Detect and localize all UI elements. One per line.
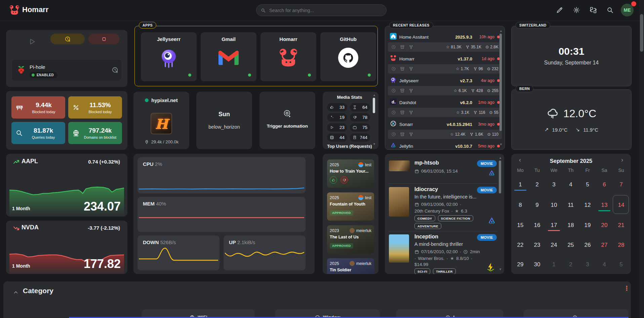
calendar-day[interactable]: 23: [529, 242, 546, 248]
calendar-day[interactable]: 5: [579, 181, 596, 188]
automation-widget[interactable]: Trigger automation: [259, 92, 315, 149]
calendar-day[interactable]: 24: [546, 242, 562, 248]
calendar-day[interactable]: 26: [579, 242, 596, 248]
weather-high: 19.0°C: [552, 127, 568, 133]
calendar-day[interactable]: 20: [596, 222, 613, 229]
settings-gear-button[interactable]: [573, 6, 580, 14]
pihole-controls-widget: Pi-hole ENABLED: [6, 30, 127, 87]
release-stats-row: ☆81.3K 35.1K ⊙2.8K: [388, 42, 502, 52]
request-year: 2025: [330, 261, 339, 266]
calendar-day[interactable]: 13: [596, 202, 613, 209]
edit-mode-button[interactable]: [556, 6, 563, 14]
calendar-day[interactable]: 4: [596, 261, 613, 268]
decline-thumb-down-button[interactable]: [340, 176, 348, 184]
app-tile-jellyseerr[interactable]: Jellyseerr: [141, 32, 197, 81]
calendar-day[interactable]: 11: [562, 202, 579, 209]
search-bar[interactable]: [256, 4, 387, 16]
calendar-day[interactable]: 25: [562, 242, 579, 248]
calendar-day[interactable]: 30: [529, 261, 546, 268]
search-input[interactable]: [269, 7, 377, 13]
scroll-up-arrow[interactable]: ▲: [499, 30, 502, 33]
release-row-dashdot[interactable]: d Dashdot v6.2.0 1mo ago: [388, 98, 502, 107]
approve-thumb-up-button[interactable]: [330, 176, 337, 184]
archive-icon: [400, 66, 405, 71]
sun-widget: Sun below_horizon: [196, 92, 252, 149]
calendar-day[interactable]: 16: [529, 222, 546, 229]
media-item-title[interactable]: mp-htsob: [414, 160, 439, 166]
calendar-day[interactable]: 1: [512, 181, 529, 188]
calendar-day[interactable]: 2: [562, 261, 579, 268]
calendar-day[interactable]: 2: [529, 181, 546, 188]
scroll-up-arrow[interactable]: ▲: [499, 156, 501, 160]
calendar-day[interactable]: 3: [579, 261, 596, 268]
calendar-day[interactable]: 21: [613, 222, 630, 229]
stop-button[interactable]: [88, 34, 119, 44]
calendar-day-today[interactable]: 14: [613, 202, 630, 209]
calendar-widget: ‹ September 2025 › Mo Tu We Th Fr Sa Su …: [511, 154, 631, 274]
media-item-price: $14.99: [414, 262, 428, 267]
apps-section: APPS Jellyseerr Gmail Homarr GitHub: [134, 26, 378, 86]
release-row-jellyseerr[interactable]: Jellyseerr v2.7.3 4w ago: [388, 76, 502, 85]
request-card[interactable]: 2023meierluk The Last of Us APPROVED: [327, 225, 374, 254]
pihole-raspberry-icon: [17, 65, 26, 77]
sun-state: below_horizon: [196, 124, 252, 130]
request-year: 2025: [330, 195, 339, 200]
widget-scrollbar-thumb[interactable]: [499, 34, 502, 131]
release-row-homeassistant[interactable]: Home Assitant 2025.9.3 10h ago: [388, 32, 502, 42]
request-user: meierluk: [356, 261, 371, 266]
calendar-day[interactable]: 28: [613, 242, 630, 248]
stock-symbol: AAPL: [22, 158, 38, 165]
calendar-title[interactable]: September 2025: [511, 158, 631, 164]
pihole-status-row[interactable]: Pi-hole ENABLED: [12, 60, 121, 81]
enable-play-icon[interactable]: [28, 37, 36, 46]
page-scrollbar[interactable]: [639, 0, 644, 318]
calendar-day[interactable]: 22: [512, 242, 529, 248]
calendar-day[interactable]: 15: [512, 222, 529, 229]
avatar: [350, 261, 355, 266]
release-row-jellyfin[interactable]: Jellyfin v10.10.7 5mo ago: [388, 141, 502, 151]
calendar-day[interactable]: 9: [529, 202, 546, 209]
request-user: test: [365, 195, 371, 200]
calendar-day[interactable]: 29: [512, 261, 529, 268]
stock-widget-nvda[interactable]: NVDA -3.77 (-2.12%) 1 Month 177.82: [6, 221, 127, 274]
calendar-day[interactable]: 8: [512, 202, 529, 209]
release-row-sonarr[interactable]: Sonarr v4.0.15.2941 3mo ago: [388, 120, 502, 129]
pause-timer-button[interactable]: [50, 34, 85, 44]
release-row-homarr[interactable]: Homarr v1.37.0 1d ago: [388, 54, 502, 63]
minecraft-server-widget[interactable]: hypixel.net H 29.4k / 200.0k: [133, 92, 189, 149]
media-item-title[interactable]: Idiocracy: [414, 186, 438, 192]
calendar-day[interactable]: 10: [546, 202, 562, 209]
app-tile-gmail[interactable]: Gmail: [201, 32, 256, 81]
scroll-up-arrow[interactable]: ▲: [373, 94, 375, 97]
calendar-day[interactable]: 19: [579, 222, 596, 229]
request-card[interactable]: 2025test Fountain of Youth APPROVED: [327, 192, 374, 221]
request-card[interactable]: 2025test How to Train Your...: [327, 160, 374, 188]
calendar-day[interactable]: 6: [596, 181, 613, 188]
collapse-chevron-up-icon[interactable]: [13, 289, 19, 296]
widget-scrollbar-thumb[interactable]: [499, 161, 501, 193]
calendar-day[interactable]: 27: [596, 242, 613, 248]
calendar-next-button[interactable]: ›: [618, 156, 626, 165]
request-card[interactable]: 2025meierluk Tin Soldier: [327, 258, 374, 274]
scroll-down-arrow[interactable]: ▼: [499, 143, 502, 146]
timer-clock-icon[interactable]: [112, 66, 119, 74]
widget-scrollbar-thumb[interactable]: [373, 98, 375, 113]
board-switch-button[interactable]: [590, 6, 597, 14]
app-tile-github[interactable]: GitHub: [320, 32, 376, 81]
search-toggle-button[interactable]: [606, 6, 614, 14]
calendar-day[interactable]: 5: [613, 261, 630, 268]
calendar-day[interactable]: 7: [613, 181, 630, 188]
calendar-day[interactable]: 17: [546, 222, 562, 229]
calendar-day[interactable]: 1: [546, 261, 562, 268]
scroll-down-arrow[interactable]: ▼: [499, 268, 501, 271]
scroll-down-arrow[interactable]: ▼: [373, 143, 375, 146]
page-scrollbar-thumb[interactable]: [640, 14, 643, 52]
category-menu-dots[interactable]: ⋮: [623, 287, 630, 290]
calendar-day[interactable]: 18: [562, 222, 579, 229]
calendar-day[interactable]: 3: [546, 181, 562, 188]
calendar-day[interactable]: 4: [562, 181, 579, 188]
stock-widget-aapl[interactable]: AAPL 0.74 (+0.32%) 1 Month 234.07: [6, 154, 127, 217]
media-item-title[interactable]: Inception: [414, 234, 438, 240]
app-tile-homarr[interactable]: Homarr: [260, 32, 316, 81]
calendar-day[interactable]: 12: [579, 202, 596, 209]
